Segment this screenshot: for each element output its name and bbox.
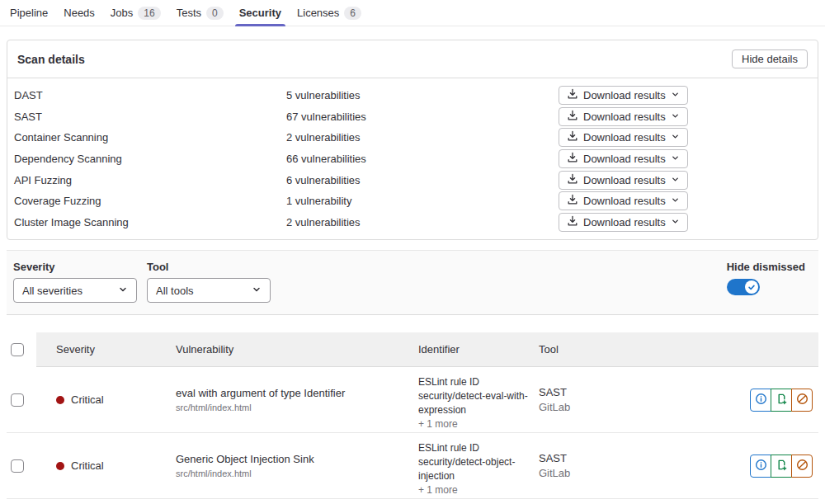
chevron-down-icon (671, 216, 680, 228)
dismiss-vulnerability-button[interactable] (791, 389, 813, 412)
licenses-count-badge: 6 (344, 7, 361, 20)
information-icon (755, 459, 767, 473)
header-severity: Severity (36, 343, 168, 356)
tool-filter-label: Tool (147, 261, 271, 273)
tab-label: Tests (177, 7, 201, 19)
scan-result-count: 5 vulnerabilities (286, 89, 559, 101)
chevron-down-icon (671, 131, 680, 144)
header-tool: Tool (531, 343, 650, 356)
row-actions-cell (650, 455, 818, 478)
scan-name: Cluster Image Scanning (14, 216, 286, 228)
scan-name: Container Scanning (14, 131, 286, 144)
scan-row-dast: DAST 5 vulnerabilities Download results (7, 85, 818, 106)
download-results-button[interactable]: Download results (559, 107, 688, 126)
scan-result-count: 66 vulnerabilities (286, 153, 559, 165)
severity-filter-label: Severity (13, 261, 137, 273)
vulnerability-location: src/html/index.html (176, 403, 398, 412)
download-results-button[interactable]: Download results (559, 171, 688, 190)
scan-row-dependency-scanning: Dependency Scanning 66 vulnerabilities D… (7, 148, 818, 170)
tab-label: Needs (64, 7, 95, 19)
tool-filter-select[interactable]: All tools (147, 278, 271, 303)
security-tab-content: Scan details Hide details DAST 5 vulnera… (0, 26, 825, 499)
information-icon (755, 393, 767, 407)
severity-filter-select[interactable]: All severities (13, 278, 137, 303)
tab-needs[interactable]: Needs (64, 0, 95, 26)
download-results-button[interactable]: Download results (559, 213, 688, 232)
tests-count-badge: 0 (206, 7, 224, 20)
header-vulnerability: Vulnerability (168, 343, 411, 356)
more-info-button[interactable] (750, 389, 771, 412)
download-icon (567, 88, 578, 102)
vulnerability-cell: Generic Object Injection Sink src/html/i… (168, 453, 411, 478)
scan-result-count: 2 vulnerabilities (286, 216, 559, 228)
download-results-button[interactable]: Download results (559, 191, 688, 210)
header-identifier: Identifier (411, 343, 531, 356)
header-columns: Severity Vulnerability Identifier Tool (36, 332, 818, 367)
hide-dismissed-toggle[interactable] (727, 279, 760, 295)
tab-tests[interactable]: Tests 0 (177, 0, 224, 26)
download-results-button[interactable]: Download results (559, 86, 688, 105)
scan-rows: DAST 5 vulnerabilities Download results … (7, 78, 818, 239)
severity-cell: Critical (36, 459, 168, 472)
severity-filter: Severity All severities (13, 261, 137, 303)
tool-name: SAST (539, 452, 650, 464)
critical-severity-dot (56, 396, 64, 404)
vulnerability-row: Critical eval with argument of type Iden… (7, 367, 818, 433)
chevron-down-icon (118, 285, 128, 297)
scan-row-sast: SAST 67 vulnerabilities Download results (7, 106, 818, 128)
tool-filter: Tool All tools (147, 261, 271, 303)
chevron-down-icon (671, 174, 680, 186)
tab-label: Jobs (111, 7, 133, 19)
download-results-label: Download results (583, 153, 666, 165)
tab-pipeline[interactable]: Pipeline (10, 0, 48, 26)
create-issue-button[interactable] (771, 389, 792, 412)
vulnerability-table: Severity Vulnerability Identifier Tool C… (7, 332, 818, 499)
scan-details-header: Scan details Hide details (7, 40, 818, 78)
hide-details-button[interactable]: Hide details (732, 49, 808, 68)
pipeline-tabs: Pipeline Needs Jobs 16 Tests 0 Security … (0, 0, 825, 26)
download-results-label: Download results (583, 195, 666, 207)
critical-severity-dot (56, 462, 64, 470)
tab-security[interactable]: Security (239, 0, 281, 26)
more-info-button[interactable] (750, 455, 771, 478)
row-columns: Critical eval with argument of type Iden… (36, 367, 818, 432)
vulnerability-title-link[interactable]: Generic Object Injection Sink (176, 453, 398, 465)
jobs-count-badge: 16 (138, 7, 160, 20)
download-results-button[interactable]: Download results (559, 149, 688, 168)
scan-row-container-scanning: Container Scanning 2 vulnerabilities Dow… (7, 127, 818, 148)
scan-result-count: 2 vulnerabilities (286, 131, 559, 144)
tool-filter-value: All tools (156, 285, 194, 297)
download-results-button[interactable]: Download results (559, 128, 688, 147)
chevron-down-icon (671, 153, 680, 165)
row-columns: Critical Generic Object Injection Sink s… (36, 433, 818, 498)
scan-result-count: 6 vulnerabilities (286, 174, 559, 186)
issue-new-icon (776, 393, 788, 407)
download-results-label: Download results (583, 174, 666, 186)
download-icon (567, 110, 578, 124)
chevron-down-icon (671, 195, 680, 207)
row-checkbox[interactable] (11, 393, 24, 407)
row-action-group (750, 389, 813, 412)
scan-name: DAST (14, 89, 286, 101)
severity-label: Critical (71, 459, 104, 472)
tab-jobs[interactable]: Jobs 16 (111, 0, 161, 26)
tool-cell: SAST GitLab (531, 386, 650, 413)
hide-dismissed-label: Hide dismissed (727, 261, 805, 273)
tab-label: Licenses (297, 7, 339, 19)
severity-cell: Critical (36, 393, 168, 406)
select-all-checkbox[interactable] (11, 343, 24, 356)
row-checkbox[interactable] (11, 459, 24, 473)
issue-new-icon (776, 459, 788, 473)
check-icon (747, 281, 756, 294)
cancel-icon (796, 459, 808, 473)
tab-label: Security (239, 7, 281, 19)
scanner-vendor: GitLab (539, 467, 650, 479)
vulnerability-title-link[interactable]: eval with argument of type Identifier (176, 387, 398, 399)
toggle-knob (745, 280, 758, 294)
severity-label: Critical (71, 393, 104, 406)
tab-licenses[interactable]: Licenses 6 (297, 0, 361, 26)
tool-cell: SAST GitLab (531, 452, 650, 479)
dismiss-vulnerability-button[interactable] (791, 455, 813, 478)
cancel-icon (796, 393, 808, 407)
create-issue-button[interactable] (771, 455, 792, 478)
